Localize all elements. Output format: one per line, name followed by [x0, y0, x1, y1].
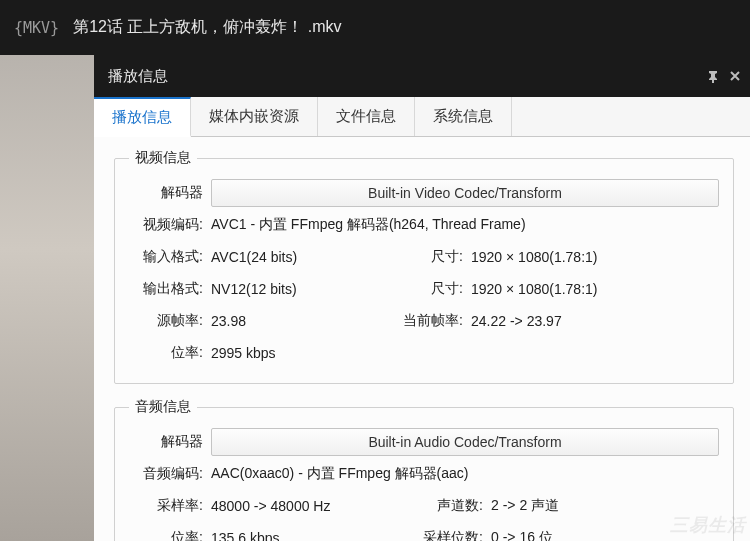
file-format-tag: {MKV}: [14, 19, 59, 37]
pin-icon[interactable]: [706, 69, 720, 83]
file-name: 第12话 正上方敌机，俯冲轰炸！ .mkv: [73, 17, 341, 38]
video-output-format-value: NV12(12 bits): [211, 281, 391, 297]
dialog-content: 视频信息 解码器 Built-in Video Codec/Transform …: [94, 137, 750, 541]
tab-embedded-resources[interactable]: 媒体内嵌资源: [191, 97, 318, 136]
video-input-format-label: 输入格式:: [129, 248, 211, 266]
video-info-group: 视频信息 解码器 Built-in Video Codec/Transform …: [114, 149, 734, 384]
audio-info-legend: 音频信息: [129, 398, 197, 416]
audio-bitrate-value: 135.6 kbps: [211, 530, 411, 541]
audio-sample-bits-value: 0 -> 16 位: [491, 529, 661, 541]
audio-channels-value: 2 -> 2 声道: [491, 497, 661, 515]
audio-sample-rate-label: 采样率:: [129, 497, 211, 515]
video-output-size-label: 尺寸:: [391, 280, 471, 298]
tab-playback-info[interactable]: 播放信息: [94, 97, 191, 137]
video-input-size-label: 尺寸:: [391, 248, 471, 266]
app-titlebar: {MKV} 第12话 正上方敌机，俯冲轰炸！ .mkv: [0, 0, 750, 55]
video-decoder-label: 解码器: [129, 184, 211, 202]
tab-bar: 播放信息 媒体内嵌资源 文件信息 系统信息: [94, 97, 750, 137]
close-icon[interactable]: [728, 69, 742, 83]
video-decoder-button[interactable]: Built-in Video Codec/Transform: [211, 179, 719, 207]
playback-info-dialog: 播放信息 播放信息 媒体内嵌资源 文件信息 系统信息 视频信息 解码器: [94, 55, 750, 541]
video-bitrate-label: 位率:: [129, 344, 211, 362]
audio-sample-rate-value: 48000 -> 48000 Hz: [211, 498, 411, 514]
video-output-size-value: 1920 × 1080(1.78:1): [471, 281, 641, 297]
audio-info-group: 音频信息 解码器 Built-in Audio Codec/Transform …: [114, 398, 734, 541]
video-input-format-value: AVC1(24 bits): [211, 249, 391, 265]
audio-bitrate-label: 位率:: [129, 529, 211, 541]
audio-codec-label: 音频编码:: [129, 465, 211, 483]
audio-decoder-button[interactable]: Built-in Audio Codec/Transform: [211, 428, 719, 456]
video-current-fps-value: 24.22 -> 23.97: [471, 313, 641, 329]
tab-system-info[interactable]: 系统信息: [415, 97, 512, 136]
dialog-title: 播放信息: [108, 67, 168, 86]
video-source-fps-value: 23.98: [211, 313, 391, 329]
video-input-size-value: 1920 × 1080(1.78:1): [471, 249, 641, 265]
video-source-fps-label: 源帧率:: [129, 312, 211, 330]
audio-codec-value: AAC(0xaac0) - 内置 FFmpeg 解码器(aac): [211, 465, 719, 483]
audio-channels-label: 声道数:: [411, 497, 491, 515]
audio-sample-bits-label: 采样位数:: [411, 529, 491, 541]
video-output-format-label: 输出格式:: [129, 280, 211, 298]
video-current-fps-label: 当前帧率:: [391, 312, 471, 330]
audio-decoder-label: 解码器: [129, 433, 211, 451]
video-preview-strip: [0, 55, 94, 541]
video-codec-label: 视频编码:: [129, 216, 211, 234]
video-bitrate-value: 2995 kbps: [211, 345, 719, 361]
tab-file-info[interactable]: 文件信息: [318, 97, 415, 136]
dialog-titlebar: 播放信息: [94, 55, 750, 97]
video-info-legend: 视频信息: [129, 149, 197, 167]
video-codec-value: AVC1 - 内置 FFmpeg 解码器(h264, Thread Frame): [211, 216, 719, 234]
